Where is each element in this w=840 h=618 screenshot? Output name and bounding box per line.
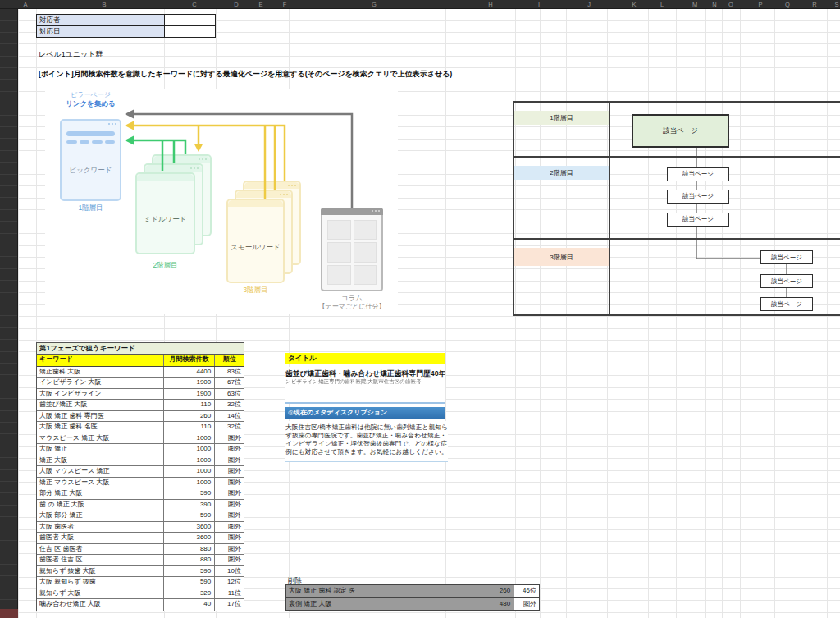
column-letter[interactable]: R: [812, 0, 816, 9]
volume-cell[interactable]: 1000: [164, 466, 216, 477]
keyword-row[interactable]: 矯正歯科 大阪 4400 83位: [37, 367, 244, 378]
delete-row[interactable]: 裏側 矯正 大阪 480 圏外: [286, 597, 539, 610]
keyword-cell[interactable]: インビザライン 大阪: [37, 378, 164, 388]
meta-section-header[interactable]: ◎現在のメタディスクリプション: [285, 407, 445, 419]
keyword-cell[interactable]: 大阪 歯医者: [37, 522, 164, 533]
volume-cell[interactable]: 1000: [164, 433, 216, 444]
keyword-cell[interactable]: 親知らず 抜歯 大阪: [37, 566, 164, 577]
volume-cell[interactable]: 590: [164, 566, 216, 577]
keyword-cell[interactable]: 矯正 大阪: [37, 455, 164, 466]
meta-section-body[interactable]: 大阪住吉区/橋本矯正歯科は他院に無い歯列矯正と親知らず抜歯の専門医院です。歯並び…: [285, 421, 448, 462]
keyword-row[interactable]: 歯並び矯正 大阪 110 32位: [37, 400, 244, 411]
column-letter[interactable]: P: [758, 0, 762, 9]
keyword-cell[interactable]: 歯並び矯正 大阪: [37, 400, 164, 410]
rank-cell[interactable]: 圏外: [215, 533, 244, 543]
keyword-cell[interactable]: 大阪 矯正 歯科 名医: [37, 422, 164, 433]
keyword-row[interactable]: 部分 矯正 大阪 590 圏外: [37, 488, 244, 500]
keyword-row[interactable]: 大阪 インビザライン 1900 63位: [37, 389, 244, 401]
rank-cell[interactable]: 17位: [215, 599, 244, 611]
keyword-cell[interactable]: 大阪 矯正 歯科 認定 医: [286, 585, 445, 597]
keyword-row[interactable]: インビザライン 大阪 1900 67位: [37, 378, 244, 389]
column-letter[interactable]: O: [728, 0, 733, 9]
column-letter[interactable]: K: [632, 0, 636, 9]
rank-cell[interactable]: 圏外: [215, 510, 244, 521]
keyword-row[interactable]: 噛み合わせ矯正 大阪 40 17位: [37, 599, 244, 611]
rank-cell[interactable]: 10位: [215, 566, 244, 577]
keyword-cell[interactable]: 大阪 部分 矯正: [37, 510, 164, 521]
keyword-cell[interactable]: 矯正 マウスピース 大阪: [37, 478, 164, 488]
rank-cell[interactable]: 14位: [215, 411, 244, 422]
rank-cell[interactable]: 圏外: [215, 544, 244, 555]
volume-cell[interactable]: 880: [164, 555, 216, 565]
keyword-row[interactable]: 親知らず 大阪 320 11位: [37, 588, 244, 600]
rank-cell[interactable]: 11位: [215, 588, 244, 599]
column-letter[interactable]: Q: [785, 0, 790, 9]
keyword-row[interactable]: 大阪 矯正 歯科 名医 110 32位: [37, 422, 244, 433]
title-section-header[interactable]: タイトル: [285, 353, 445, 364]
volume-cell[interactable]: 590: [164, 510, 216, 521]
keyword-cell[interactable]: 裏側 矯正 大阪: [286, 598, 445, 610]
volume-cell[interactable]: 390: [164, 500, 216, 510]
rank-cell[interactable]: 32位: [215, 422, 244, 433]
column-letter[interactable]: D: [234, 0, 238, 9]
column-letter[interactable]: S: [834, 0, 838, 9]
keyword-row[interactable]: 大阪 矯正 歯科 専門医 260 14位: [37, 411, 244, 423]
volume-cell[interactable]: 590: [164, 488, 216, 499]
rank-cell[interactable]: 圏外: [215, 488, 244, 499]
keyword-row[interactable]: マウスピース 矯正 大阪 1000 圏外: [37, 433, 244, 445]
column-letter[interactable]: B: [102, 0, 106, 9]
keyword-row[interactable]: 親知らず 抜歯 大阪 590 10位: [37, 566, 244, 578]
keyword-row[interactable]: 歯医者 大阪 3600 圏外: [37, 533, 244, 544]
keyword-row[interactable]: 矯正 マウスピース 大阪 1000 圏外: [37, 478, 244, 489]
rank-cell[interactable]: 圏外: [215, 466, 244, 477]
volume-cell[interactable]: 4400: [164, 367, 216, 378]
header-rank[interactable]: 順位: [215, 355, 244, 366]
volume-cell[interactable]: 1900: [164, 389, 216, 400]
keyword-cell[interactable]: マウスピース 矯正 大阪: [37, 433, 164, 444]
rank-cell[interactable]: 32位: [215, 400, 244, 410]
rank-cell[interactable]: 圏外: [215, 444, 244, 455]
keyword-cell[interactable]: 親知らず 大阪: [37, 588, 164, 599]
response-date-value-cell[interactable]: [165, 26, 215, 37]
volume-cell[interactable]: 1000: [164, 455, 216, 466]
keyword-cell[interactable]: 大阪 インビザライン: [37, 389, 164, 400]
volume-cell[interactable]: 1000: [164, 444, 216, 455]
column-letter[interactable]: F: [283, 0, 287, 9]
keyword-cell[interactable]: 噛み合わせ矯正 大阪: [37, 599, 164, 611]
rank-cell[interactable]: 圏外: [215, 555, 244, 565]
rank-cell[interactable]: 圏外: [215, 433, 244, 444]
column-letter[interactable]: I: [538, 0, 540, 9]
keyword-cell[interactable]: 大阪 矯正 歯科 専門医: [37, 411, 164, 422]
volume-cell[interactable]: 880: [164, 544, 216, 555]
rank-cell[interactable]: 67位: [215, 378, 244, 388]
column-letter[interactable]: A: [23, 0, 27, 9]
keyword-row[interactable]: 住吉 区 歯医者 880 圏外: [37, 544, 244, 556]
responder-value-cell[interactable]: [165, 15, 215, 25]
title-section-body[interactable]: 歯並び矯正歯科・噛み合わせ矯正歯科専門歴40年・イ ンビザライン矯正専門の歯科医…: [285, 367, 445, 404]
column-letter[interactable]: G: [372, 0, 377, 9]
rank-cell[interactable]: 圏外: [215, 500, 244, 510]
keyword-cell[interactable]: 大阪 親知らず 抜歯: [37, 577, 164, 588]
volume-cell[interactable]: 3600: [164, 522, 216, 533]
column-letter[interactable]: H: [488, 0, 492, 9]
rank-cell[interactable]: 12位: [215, 577, 244, 588]
keyword-cell[interactable]: 住吉 区 歯医者: [37, 544, 164, 555]
volume-cell[interactable]: 40: [164, 599, 216, 611]
rank-cell[interactable]: 圏外: [215, 478, 244, 488]
keyword-cell[interactable]: 歯 の 矯正 大阪: [37, 500, 164, 510]
row-header-strip[interactable]: [0, 9, 18, 618]
volume-cell[interactable]: 260: [445, 585, 514, 597]
volume-cell[interactable]: 110: [164, 422, 216, 433]
rank-cell[interactable]: 圏外: [215, 522, 244, 533]
keyword-row[interactable]: 大阪 歯医者 3600 圏外: [37, 522, 244, 533]
column-letter[interactable]: M: [692, 0, 697, 9]
keyword-table-header[interactable]: キーワード 月間検索件数 順位: [37, 355, 244, 367]
volume-cell[interactable]: 320: [164, 588, 216, 599]
rank-cell[interactable]: 圏外: [514, 598, 539, 610]
column-letter[interactable]: N: [712, 0, 716, 9]
column-letter[interactable]: J: [587, 0, 591, 9]
keyword-cell[interactable]: 大阪 マウスピース 矯正: [37, 466, 164, 477]
keyword-table-title[interactable]: 第1フェーズで狙うキーワード: [37, 343, 244, 355]
header-volume[interactable]: 月間検索件数: [164, 355, 216, 366]
volume-cell[interactable]: 590: [164, 577, 216, 588]
